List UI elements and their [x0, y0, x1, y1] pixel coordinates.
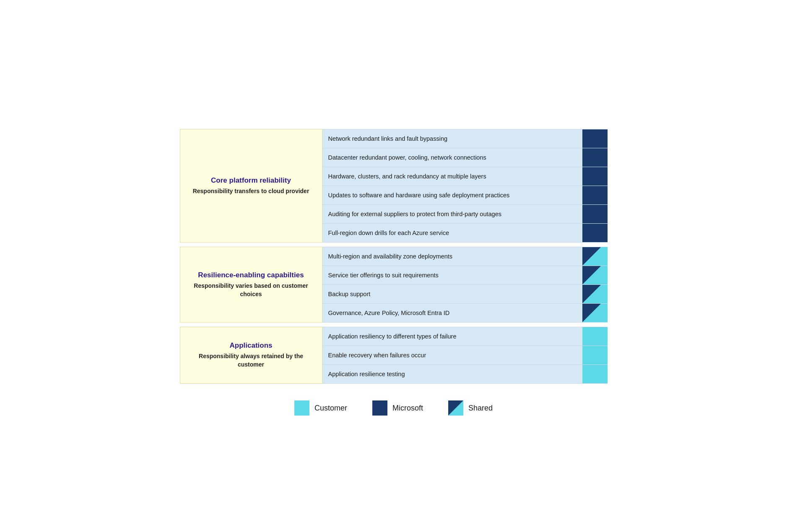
row-indicator	[582, 205, 608, 223]
row-text: Enable recovery when failures occur	[322, 346, 582, 364]
row-text: Auditing for external suppliers to prote…	[322, 205, 582, 223]
row-text: Updates to software and hardware using s…	[322, 186, 582, 204]
indicator-microsoft	[582, 148, 608, 167]
row-text: Full-region down drills for each Azure s…	[322, 224, 582, 242]
table-row: Updates to software and hardware using s…	[322, 186, 608, 205]
indicator-shared	[582, 247, 608, 266]
section-title-core-platform: Core platform reliability	[211, 176, 291, 185]
indicator-customer	[582, 365, 608, 383]
table-row: Full-region down drills for each Azure s…	[322, 224, 608, 243]
main-layout: Core platform reliabilityResponsibility …	[180, 129, 608, 384]
row-text: Backup support	[322, 285, 582, 303]
legend-item-microsoft: Microsoft	[372, 400, 423, 416]
row-indicator	[582, 224, 608, 242]
section-label-core-platform: Core platform reliabilityResponsibility …	[180, 129, 322, 243]
indicator-customer	[582, 346, 608, 364]
section-gap-left	[180, 323, 322, 327]
table-row: Auditing for external suppliers to prote…	[322, 205, 608, 224]
table-row: Application resilience testing	[322, 365, 608, 384]
row-indicator	[582, 304, 608, 322]
table-row: Network redundant links and fault bypass…	[322, 129, 608, 148]
table-row: Datacenter redundant power, cooling, net…	[322, 148, 608, 167]
legend-box-shared	[448, 400, 463, 416]
section-gap	[322, 323, 608, 327]
row-text: Application resilience testing	[322, 365, 582, 383]
section-subtitle-resilience-enabling: Responsibility varies based on customer …	[187, 282, 315, 298]
indicator-shared	[582, 285, 608, 303]
row-text: Datacenter redundant power, cooling, net…	[322, 148, 582, 167]
row-indicator	[582, 129, 608, 148]
row-text: Multi-region and availability zone deplo…	[322, 247, 582, 266]
section-gap	[322, 243, 608, 247]
legend-label-shared: Shared	[468, 404, 493, 413]
row-indicator	[582, 327, 608, 346]
legend-item-shared: Shared	[448, 400, 493, 416]
legend-box-customer	[294, 400, 309, 416]
row-indicator	[582, 346, 608, 364]
legend-item-customer: Customer	[294, 400, 347, 416]
legend-label-customer: Customer	[314, 404, 347, 413]
rows-group-resilience-enabling: Multi-region and availability zone deplo…	[322, 247, 608, 323]
legend-box-microsoft	[372, 400, 387, 416]
rows-group-applications: Application resiliency to different type…	[322, 327, 608, 384]
row-text: Hardware, clusters, and rack redundancy …	[322, 167, 582, 186]
indicator-customer	[582, 327, 608, 346]
legend-label-microsoft: Microsoft	[392, 404, 423, 413]
row-indicator	[582, 186, 608, 204]
indicator-shared	[582, 266, 608, 284]
row-text: Service tier offerings to suit requireme…	[322, 266, 582, 284]
left-column: Core platform reliabilityResponsibility …	[180, 129, 322, 384]
row-text: Application resiliency to different type…	[322, 327, 582, 346]
indicator-microsoft	[582, 167, 608, 186]
row-text: Governance, Azure Policy, Microsoft Entr…	[322, 304, 582, 322]
right-column: Network redundant links and fault bypass…	[322, 129, 608, 384]
section-subtitle-core-platform: Responsibility transfers to cloud provid…	[193, 187, 309, 196]
row-indicator	[582, 365, 608, 383]
table-row: Hardware, clusters, and rack redundancy …	[322, 167, 608, 186]
section-title-applications: Applications	[229, 341, 272, 350]
section-label-applications: ApplicationsResponsibility always retain…	[180, 327, 322, 384]
table-row: Service tier offerings to suit requireme…	[322, 266, 608, 285]
section-title-resilience-enabling: Resilience-enabling capabilties	[198, 271, 304, 279]
indicator-shared	[582, 304, 608, 322]
indicator-microsoft	[582, 205, 608, 223]
table-row: Enable recovery when failures occur	[322, 346, 608, 365]
section-subtitle-applications: Responsibility always retained by the cu…	[187, 352, 315, 369]
row-indicator	[582, 247, 608, 266]
section-gap-left	[180, 243, 322, 247]
row-indicator	[582, 167, 608, 186]
legend: CustomerMicrosoftShared	[180, 400, 608, 416]
indicator-microsoft	[582, 224, 608, 242]
row-indicator	[582, 285, 608, 303]
table-row: Multi-region and availability zone deplo…	[322, 247, 608, 266]
indicator-microsoft	[582, 129, 608, 148]
table-row: Application resiliency to different type…	[322, 327, 608, 346]
row-indicator	[582, 266, 608, 284]
row-text: Network redundant links and fault bypass…	[322, 129, 582, 148]
rows-group-core-platform: Network redundant links and fault bypass…	[322, 129, 608, 243]
row-indicator	[582, 148, 608, 167]
table-row: Governance, Azure Policy, Microsoft Entr…	[322, 304, 608, 323]
section-label-resilience-enabling: Resilience-enabling capabiltiesResponsib…	[180, 247, 322, 323]
page-container: Core platform reliabilityResponsibility …	[163, 104, 624, 428]
indicator-microsoft	[582, 186, 608, 204]
table-row: Backup support	[322, 285, 608, 304]
